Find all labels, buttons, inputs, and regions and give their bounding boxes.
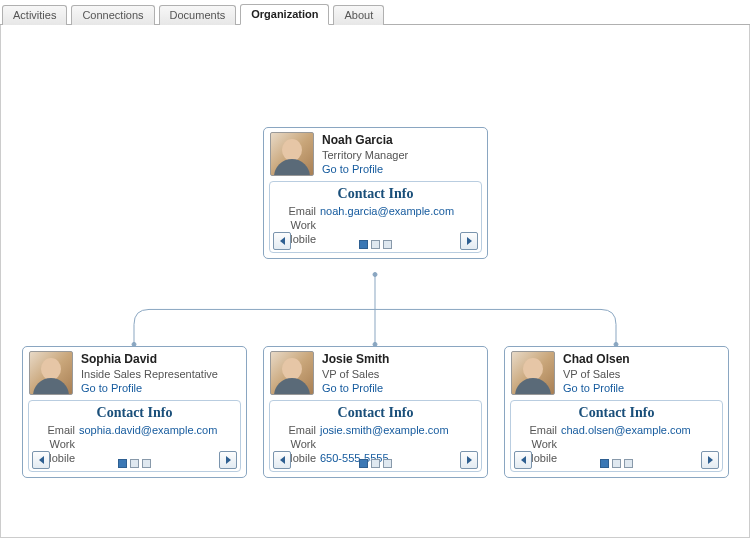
contact-info-title: Contact Info	[272, 403, 479, 423]
pager-dot[interactable]	[371, 459, 380, 468]
go-to-profile-link[interactable]: Go to Profile	[322, 382, 389, 394]
label-email: Email	[276, 204, 320, 218]
tab-bar: Activities Connections Documents Organiz…	[0, 0, 750, 25]
label-email: Email	[276, 423, 320, 437]
contact-info-title: Contact Info	[513, 403, 720, 423]
tab-documents[interactable]: Documents	[159, 5, 237, 25]
avatar	[270, 132, 314, 176]
label-email: Email	[517, 423, 561, 437]
pager-dot[interactable]	[118, 459, 127, 468]
person-card: Chad Olsen VP of Sales Go to Profile Con…	[504, 346, 729, 478]
avatar	[270, 351, 314, 395]
label-work: Work	[35, 437, 79, 451]
person-card-root: Noah Garcia Territory Manager Go to Prof…	[263, 127, 488, 259]
person-title: Territory Manager	[322, 149, 408, 161]
value-email[interactable]: sophia.david@example.com	[79, 423, 217, 437]
pager-dot[interactable]	[383, 459, 392, 468]
label-work: Work	[517, 437, 561, 451]
contact-info-panel: Contact Info Emailchad.olsen@example.com…	[510, 400, 723, 472]
person-name: Noah Garcia	[322, 133, 408, 147]
person-name: Sophia David	[81, 352, 218, 366]
svg-point-2	[373, 273, 377, 277]
go-to-profile-link[interactable]: Go to Profile	[81, 382, 218, 394]
value-email[interactable]: chad.olsen@example.com	[561, 423, 691, 437]
contact-info-title: Contact Info	[31, 403, 238, 423]
avatar	[29, 351, 73, 395]
value-email[interactable]: noah.garcia@example.com	[320, 204, 454, 218]
tab-about[interactable]: About	[333, 5, 384, 25]
contact-info-panel: Contact Info Emailsophia.david@example.c…	[28, 400, 241, 472]
value-email[interactable]: josie.smith@example.com	[320, 423, 449, 437]
tab-connections[interactable]: Connections	[71, 5, 154, 25]
pager-dot[interactable]	[624, 459, 633, 468]
person-title: VP of Sales	[563, 368, 630, 380]
person-name: Josie Smith	[322, 352, 389, 366]
label-work: Work	[276, 218, 320, 232]
pager-dot[interactable]	[142, 459, 151, 468]
pager-dot[interactable]	[383, 240, 392, 249]
pager-dot[interactable]	[359, 240, 368, 249]
pager	[270, 240, 481, 249]
pager	[29, 459, 240, 468]
pager	[511, 459, 722, 468]
label-work: Work	[276, 437, 320, 451]
person-name: Chad Olsen	[563, 352, 630, 366]
pager-dot[interactable]	[612, 459, 621, 468]
contact-info-title: Contact Info	[272, 184, 479, 204]
person-title: VP of Sales	[322, 368, 389, 380]
contact-info-panel: Contact Info Emailjosie.smith@example.co…	[269, 400, 482, 472]
label-email: Email	[35, 423, 79, 437]
go-to-profile-link[interactable]: Go to Profile	[322, 163, 408, 175]
pager-dot[interactable]	[600, 459, 609, 468]
tab-organization[interactable]: Organization	[240, 4, 329, 25]
person-title: Inside Sales Representative	[81, 368, 218, 380]
tab-activities[interactable]: Activities	[2, 5, 67, 25]
pager-dot[interactable]	[130, 459, 139, 468]
contact-info-panel: Contact Info Emailnoah.garcia@example.co…	[269, 181, 482, 253]
person-card: Sophia David Inside Sales Representative…	[22, 346, 247, 478]
avatar	[511, 351, 555, 395]
person-card: Josie Smith VP of Sales Go to Profile Co…	[263, 346, 488, 478]
tab-content: Noah Garcia Territory Manager Go to Prof…	[0, 25, 750, 538]
pager	[270, 459, 481, 468]
pager-dot[interactable]	[359, 459, 368, 468]
go-to-profile-link[interactable]: Go to Profile	[563, 382, 630, 394]
pager-dot[interactable]	[371, 240, 380, 249]
org-chart: Noah Garcia Territory Manager Go to Prof…	[1, 25, 749, 537]
